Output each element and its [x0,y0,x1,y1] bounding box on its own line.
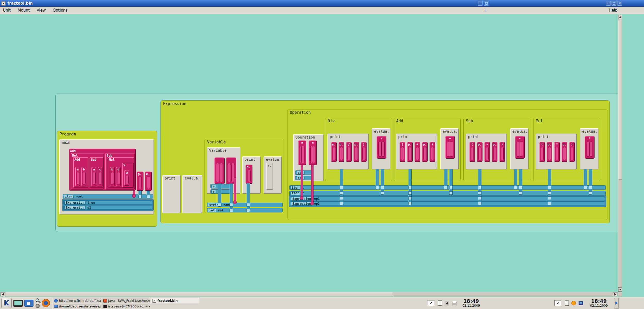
op-eval-block[interactable]: / [377,136,386,159]
home-folder-icon[interactable] [24,300,33,307]
vertical-scrollbar[interactable] [618,15,622,292]
taskbar-item-fractool[interactable]: ✕ fractool.bin [151,298,199,303]
op-eval-block[interactable]: * [585,136,595,159]
expression-op1-bar[interactable]: Expression op1 [290,196,605,201]
sub-print-box[interactable]: print ( p. - p. ) [466,134,507,169]
taskbar-item-java[interactable]: Java - SWA_Prakt1/src/net/sw [102,298,150,303]
menu-help-truncated[interactable]: H [481,7,489,14]
clock-widget[interactable]: 18:49 02.11.2009 [459,298,483,307]
minimize-button[interactable]: ─ [606,1,611,6]
maximize-button[interactable]: □ [612,1,616,6]
int-val-bar[interactable]: int val [207,208,283,212]
mini-block[interactable]: ( [400,142,405,162]
expression-evaluate-box[interactable]: evalua. [182,175,202,213]
main-box[interactable]: main Add Mul Add a b Sub [59,139,154,214]
mini-block[interactable]: / [346,142,352,162]
scroll-down-button[interactable] [618,287,622,291]
desktop-pager[interactable]: 2 [428,300,434,306]
mini-block[interactable]: p. [407,142,413,162]
leaf-b[interactable]: b [81,167,86,186]
maximize-button-inner[interactable]: □ [484,1,489,6]
variable-evaluate-box[interactable]: evalua. r. [264,156,282,194]
mul-evaluate-box[interactable]: evalua. * [580,128,598,169]
magnifier-icon[interactable] [36,298,39,302]
web-browser-icon[interactable] [42,299,50,307]
close-button[interactable]: ✕ [617,1,622,6]
sub-evaluate-box[interactable]: evalua. - [510,128,529,169]
minimize-button-inner[interactable]: ─ [478,1,483,6]
mini-block[interactable]: ( [539,142,545,162]
op-eval-block[interactable]: - [515,136,525,159]
op-eval-block[interactable]: + [445,136,455,159]
mini-block[interactable]: p. [338,142,344,162]
tree-root-add[interactable]: Add Mul Add a b Sub a c [69,149,136,191]
clipboard-tray-icon-2[interactable] [565,301,569,306]
leaf-d[interactable]: d [116,167,121,186]
settings-gear-icon[interactable] [36,304,40,308]
menu-options[interactable]: Options [50,7,71,14]
mini-block[interactable]: p. [422,142,428,162]
eq-block-2[interactable]: = [309,140,317,165]
expression-op2-bar[interactable]: Expression op2 [290,201,605,206]
alert-tray-icon[interactable] [571,301,576,305]
print-s-block[interactable]: s. [245,165,252,184]
leaf-a[interactable]: a [75,167,80,186]
app-icon[interactable]: ✕ [1,1,6,6]
leaf-b2[interactable]: b [110,167,115,186]
mini-block[interactable]: - [484,142,490,162]
leaf-va[interactable]: a [124,170,129,186]
variable-print-box[interactable]: print s. [242,156,261,194]
chip-n-bar[interactable]: n [210,184,232,188]
expression-box[interactable]: Expression print evalua. Variable Variab… [160,100,610,223]
tree-mul[interactable]: Mul Add a b Sub a c [71,153,104,190]
vertical-scroll-thumb[interactable] [618,20,622,180]
iter-r-bar[interactable]: iter r [289,191,606,195]
div-print-box[interactable]: print s. p. / p. ) [327,134,369,169]
chip-op1-bar[interactable]: op1 [295,170,313,175]
operation-inner-box[interactable]: Operation = = op1 op2 [293,134,324,181]
tree-mul2[interactable]: Mul b d V. a [108,157,134,188]
expression-e1-bar[interactable]: Expression e1 [63,205,152,210]
add-evaluate-box[interactable]: evalua. + [440,128,459,169]
iter-l-bar[interactable]: iter l [289,185,606,190]
menu-help[interactable]: Help [606,7,620,14]
scroll-up-button[interactable] [618,15,622,19]
mini-block[interactable]: p. [477,142,482,162]
mini-block[interactable]: p. [562,142,567,162]
mini-block[interactable]: p. [492,142,497,162]
mini-block[interactable]: s. [331,142,337,162]
tree-add2[interactable]: Add a b [73,157,88,188]
mini-block[interactable]: ( [469,142,475,162]
menu-view[interactable]: View [34,7,49,14]
leaf-c[interactable]: c [98,167,103,186]
aux-block-e[interactable]: e. [145,171,152,191]
aux-block-p[interactable]: p. [137,171,143,191]
variable-group-box[interactable]: Variable Variable n v print [205,139,284,213]
tree-sub2[interactable]: Sub a c [90,157,104,188]
taskbar-item-filemanager[interactable]: /home/ldapusers/istsveise/sw [53,304,101,309]
expression-tree-bar[interactable]: Expression tree [63,200,152,205]
mini-block[interactable]: ) [569,142,575,162]
chip-v-bar[interactable]: v [210,189,232,194]
scroll-right-button[interactable] [613,292,617,296]
variable-block-1[interactable] [214,157,225,184]
mini-block[interactable]: ) [361,142,367,162]
desktop-pager-2[interactable]: 2 [554,300,561,306]
evaluate-r-block[interactable]: r. [266,163,273,190]
add-print-box[interactable]: print ( p. + p. ) [396,134,437,169]
clock-widget-2[interactable]: 18:49 02.11.2009 [587,298,611,307]
leaf-a2[interactable]: a [91,167,96,186]
tree-sub[interactable]: Sub Mul b d V. a [105,153,135,190]
expression-print-box[interactable]: print [162,175,181,213]
panel-hide-button[interactable] [614,298,619,308]
horizontal-scrollbar[interactable] [1,292,617,296]
operation-group-box[interactable]: Operation iter l iter r Expression op1 [287,109,607,220]
tree-vblock[interactable]: V. a [122,163,134,187]
mul-print-box[interactable]: print ( p. * p. ) [536,134,577,169]
k-menu-button[interactable]: K [1,298,12,308]
eq-block-1[interactable]: = [298,140,306,165]
div-evaluate-box[interactable]: evalua. / [372,128,390,169]
scroll-left-button[interactable] [1,292,5,296]
menu-mount[interactable]: Mount [15,7,32,14]
program-box[interactable]: Program main Add Mul Add a b [57,131,157,227]
